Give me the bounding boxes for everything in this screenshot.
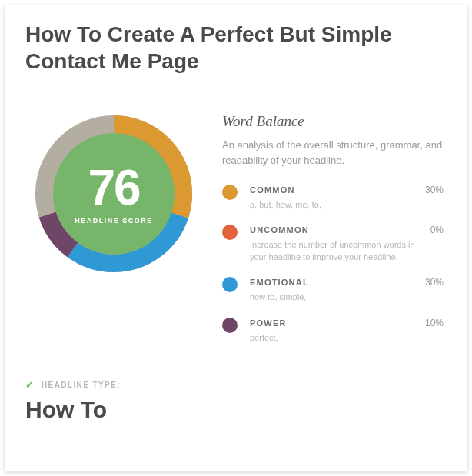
category-detail: Increase the number of uncommon words in… [250, 239, 419, 263]
category-emotional: EMOTIONAL 30% how to, simple, [222, 277, 444, 303]
category-name: EMOTIONAL [250, 278, 425, 287]
headline-type-label: HEADLINE TYPE: [42, 381, 121, 389]
category-power: POWER 10% perfect, [222, 318, 444, 344]
dot-emotional [222, 277, 238, 292]
dot-power [222, 318, 238, 333]
category-name: COMMON [250, 185, 425, 195]
word-balance-panel: Word Balance An analysis of the overall … [222, 113, 447, 358]
word-balance-title: Word Balance [222, 113, 444, 130]
category-name: POWER [250, 318, 425, 328]
dot-uncommon [222, 225, 238, 240]
score-donut: 76 HEADLINE SCORE [33, 113, 194, 275]
headline-type-block: ✓ HEADLINE TYPE: How To [25, 379, 447, 423]
category-detail: how to, simple, [250, 291, 419, 303]
category-name: UNCOMMON [250, 225, 430, 235]
score-label: HEADLINE SCORE [75, 217, 153, 225]
category-uncommon: UNCOMMON 0% Increase the number of uncom… [222, 225, 444, 263]
category-common: COMMON 30% a, but, how, me, to, [222, 185, 444, 211]
donut-center: 76 HEADLINE SCORE [53, 133, 175, 255]
dot-common [222, 185, 238, 200]
category-pct: 0% [430, 225, 444, 235]
category-pct: 30% [425, 185, 444, 195]
analysis-card: How To Create A Perfect But Simple Conta… [5, 5, 467, 471]
score-donut-wrap: 76 HEADLINE SCORE [25, 113, 202, 275]
headline-type-value: How To [25, 397, 447, 423]
check-icon: ✓ [25, 379, 34, 391]
category-pct: 30% [425, 277, 444, 288]
analysis-row: 76 HEADLINE SCORE Word Balance An analys… [25, 113, 447, 358]
category-pct: 10% [425, 318, 444, 328]
category-detail: a, but, how, me, to, [250, 199, 419, 211]
word-balance-description: An analysis of the overall structure, gr… [222, 138, 444, 168]
score-value: 76 [88, 163, 139, 212]
headline-text: How To Create A Perfect But Simple Conta… [25, 21, 447, 75]
category-detail: perfect, [250, 332, 419, 344]
